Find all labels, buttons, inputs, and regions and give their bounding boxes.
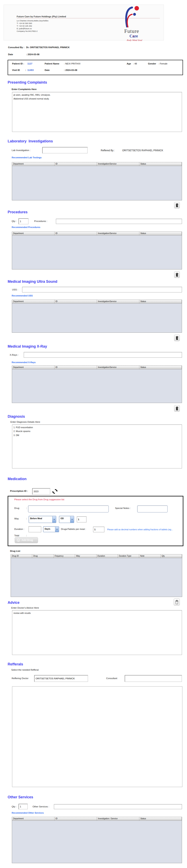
complaints-textarea[interactable]: pt seen, awaiting FBC, RBS, Urinalysis. … [12, 92, 182, 132]
visit-id-colon: : [25, 69, 26, 71]
special-notes-input[interactable] [137, 505, 168, 513]
xray-table: Department ID Investigation/Service Stat… [12, 366, 182, 403]
duration-unit-select[interactable]: Day/s ▼ [43, 526, 59, 532]
column-header-id[interactable]: ID [54, 300, 97, 303]
other-services-table-body[interactable] [12, 821, 182, 863]
trash-icon [176, 407, 179, 410]
drug-input[interactable] [28, 505, 109, 513]
meal-timing-select[interactable]: Before Meal ▼ [29, 516, 56, 523]
consult-date-value: : 2024-03-08 [26, 53, 39, 56]
procedures-table-body[interactable] [12, 236, 182, 269]
drug-list-label: Drug List [10, 550, 20, 552]
consultant-input[interactable] [125, 675, 182, 682]
other-services-field-label: Other Services : [33, 805, 49, 808]
xray-table-body[interactable] [12, 369, 182, 403]
lab-table-body[interactable] [12, 166, 182, 200]
recommended-lab-testings-label: Recommended Lab Testings [12, 156, 42, 159]
column-header-investigation[interactable]: Investigation/Service [97, 366, 139, 369]
column-header-id[interactable]: ID [54, 366, 97, 369]
frequency-value: OD [59, 516, 70, 523]
column-header-duration[interactable]: Duration [97, 554, 118, 558]
logo-care-re: re [134, 34, 138, 38]
lab-investigation-label: Lab Investigation : [12, 149, 30, 151]
procedures-table-header: Department ID Investigation/Service Stat… [12, 232, 182, 236]
column-header-department[interactable]: Department [12, 366, 54, 369]
other-services-input[interactable] [54, 804, 182, 809]
clear-procedures-table-button[interactable] [174, 272, 180, 278]
lab-investigation-input[interactable] [42, 147, 88, 153]
advice-textarea[interactable]: review with results [12, 610, 182, 655]
clear-xray-table-button[interactable] [174, 405, 180, 412]
column-header-duration-type[interactable]: Duration Type [118, 554, 139, 558]
procedures-input[interactable] [56, 219, 182, 224]
diagnosis-textarea[interactable]: 1. PUD exacerbation 2. Muscle spasms 3. … [12, 425, 182, 468]
dropdown-arrow-icon: ▼ [70, 516, 74, 523]
clear-lab-table-button[interactable] [174, 202, 180, 209]
uss-table-header: Department ID Investigation/Service Stat… [12, 300, 182, 304]
uss-input[interactable] [22, 287, 182, 292]
reffering-doctor-input[interactable] [34, 675, 88, 682]
logo-care-a: a♥ [132, 34, 134, 38]
column-header-investigation[interactable]: Investigation/Service [97, 232, 139, 235]
column-header-department[interactable]: Department [12, 162, 54, 166]
column-header-department[interactable]: Department [12, 232, 54, 235]
company-number: Company No.8417652-2 [17, 30, 38, 32]
column-header-qty[interactable]: Qty [161, 554, 182, 558]
clear-uss-table-button[interactable] [174, 335, 180, 341]
dropdown-arrow-icon: ▼ [55, 527, 59, 532]
column-header-way[interactable]: Way [75, 554, 96, 558]
xray-input[interactable] [24, 352, 182, 358]
age-value: : 48 [133, 62, 137, 65]
prescription-id-label: Prescription ID : [10, 490, 28, 492]
column-header-id[interactable]: ID [54, 162, 97, 166]
column-header-department[interactable]: Department [12, 817, 54, 820]
diagnosis-heading: Diagnosis [8, 414, 25, 419]
column-header-investigation[interactable]: Investigation/Service [97, 300, 139, 303]
column-header-status[interactable]: Status [139, 162, 182, 166]
column-header-drug-id[interactable]: Drug ID [11, 554, 32, 558]
duration-label: Duration : [14, 528, 24, 530]
column-header-investigation[interactable]: Investigation / Service [97, 817, 139, 820]
refresh-prescription-button[interactable] [52, 488, 58, 495]
column-header-id[interactable]: ID [54, 817, 97, 820]
column-header-fequency[interactable]: Fequency [54, 554, 75, 558]
gender-label: Gender [148, 62, 156, 65]
other-qty-label: Qty : [12, 805, 16, 808]
uss-label: USS : [12, 288, 18, 291]
clear-advice-button[interactable] [174, 598, 180, 606]
column-header-status[interactable]: Status [139, 300, 182, 303]
column-header-investigation[interactable]: Investigation/Service [97, 162, 139, 166]
way-label: Way [14, 517, 19, 520]
consulted-by-value: Dr. ORITSETSETOS RAPHAEL PINNICK [26, 46, 70, 49]
duration-input[interactable] [29, 526, 41, 532]
column-header-status[interactable]: Status [139, 366, 182, 369]
drug-list-table-body[interactable] [11, 558, 182, 597]
trash-icon [176, 273, 179, 277]
logo-swoosh-icon [121, 6, 143, 27]
column-header-status[interactable]: Status [139, 232, 182, 235]
recommended-xray-label: Recommended X-Rays [12, 361, 36, 364]
column-header-drug[interactable]: Drug [32, 554, 53, 558]
recommended-other-services-label: Recommended Other Services [12, 812, 44, 814]
visit-date-value: : 2024-03-08 [64, 69, 77, 71]
procedures-qty-input[interactable] [18, 218, 29, 224]
reffered-by-value: ORITSETSETOS RAPHAEL PINNICK [122, 149, 163, 152]
uss-table-body[interactable] [12, 304, 182, 333]
patient-id-label: Patient ID : [12, 62, 24, 65]
company-address: Le Chainter,Victoria,Mahe,Seychelles [17, 20, 48, 22]
column-header-status[interactable]: Status [139, 817, 182, 820]
column-header-department[interactable]: Department [12, 300, 54, 303]
consulted-by-label: Consulted By : [8, 46, 24, 49]
frequency-select[interactable]: OD ▼ [59, 516, 74, 523]
per-meal-input[interactable] [93, 527, 104, 532]
column-header-note[interactable]: Note [139, 554, 160, 558]
logo-word-future: Future [124, 28, 139, 34]
other-qty-input[interactable] [18, 804, 28, 809]
column-header-id[interactable]: ID [54, 232, 97, 235]
way-qty-input[interactable] [77, 516, 86, 522]
refferal-list-box[interactable] [12, 686, 182, 787]
dropdown-arrow-icon: ▼ [52, 516, 56, 523]
reffered-by-label: Reffered By : [101, 149, 115, 152]
add-drug-button[interactable]: + Add Drug [15, 537, 38, 543]
prescription-id-input[interactable] [32, 488, 50, 495]
